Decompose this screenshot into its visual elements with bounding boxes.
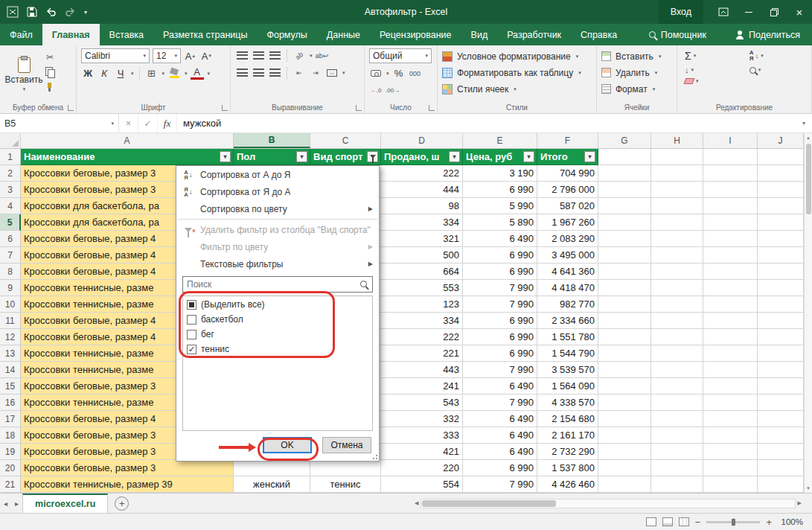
table-header-cell[interactable]: Наименование▾ bbox=[21, 149, 234, 165]
grid-cell[interactable]: 123 bbox=[381, 296, 463, 313]
menu-clear-filter[interactable]: × Удалить фильтр из столбца "Вид спорта" bbox=[176, 221, 379, 238]
bold-button[interactable]: Ж bbox=[81, 66, 95, 80]
row-header[interactable]: 1 bbox=[0, 149, 21, 165]
zoom-slider-thumb[interactable] bbox=[732, 519, 735, 526]
grid-cell[interactable]: 6 990 bbox=[463, 247, 537, 264]
grid-cell[interactable]: 5 890 bbox=[463, 214, 537, 231]
menu-text-filters[interactable]: Текстовые фильтры ▶ bbox=[176, 255, 379, 272]
grid-cell[interactable]: Кроссовки беговые, размер 3 bbox=[21, 460, 234, 476]
grid-cell[interactable] bbox=[651, 247, 703, 264]
grid-cell[interactable] bbox=[703, 345, 758, 362]
ribbon-tab-Файл[interactable]: Файл bbox=[0, 24, 42, 45]
comma-style-icon[interactable]: 000 bbox=[409, 66, 422, 80]
grid-cell[interactable] bbox=[758, 264, 804, 280]
grid-cell[interactable]: Кроссовки теннисные, размер 39 bbox=[21, 476, 234, 493]
grid-cell[interactable] bbox=[703, 165, 758, 182]
grid-cell[interactable] bbox=[598, 460, 651, 476]
row-header[interactable]: 8 bbox=[0, 264, 21, 280]
grid-cell[interactable] bbox=[598, 264, 651, 280]
sort-filter-button[interactable]: АЯ↓▾ bbox=[749, 50, 804, 62]
redo-icon[interactable] bbox=[65, 7, 76, 16]
zoom-slider[interactable] bbox=[706, 521, 760, 523]
cut-icon[interactable]: ✂ bbox=[43, 51, 57, 63]
grid-cell[interactable]: 5 990 bbox=[463, 198, 537, 214]
grid-cell[interactable] bbox=[651, 460, 703, 476]
normal-view-icon[interactable] bbox=[646, 517, 656, 526]
grid-cell[interactable] bbox=[758, 378, 804, 395]
grid-cell[interactable]: 1 537 800 bbox=[537, 460, 598, 476]
ribbon-tab-Данные[interactable]: Данные bbox=[317, 24, 370, 45]
grid-cell[interactable] bbox=[758, 411, 804, 427]
row-header[interactable]: 10 bbox=[0, 296, 21, 313]
ribbon-tab-Справка[interactable]: Справка bbox=[571, 24, 627, 45]
filter-checkbox-item-баскетбол[interactable]: баскетбол bbox=[183, 312, 372, 327]
close-button[interactable]: × bbox=[787, 0, 812, 24]
grid-cell[interactable] bbox=[703, 460, 758, 476]
grid-cell[interactable] bbox=[598, 231, 651, 247]
row-header[interactable]: 9 bbox=[0, 280, 21, 296]
grid-cell[interactable] bbox=[651, 362, 703, 378]
ribbon-tab-Разработчик[interactable]: Разработчик bbox=[497, 24, 571, 45]
grid-cell[interactable] bbox=[651, 296, 703, 313]
enter-entry-icon[interactable]: ✓ bbox=[138, 114, 158, 132]
undo-icon[interactable] bbox=[45, 7, 57, 16]
filter-dropdown-icon[interactable]: ▾ bbox=[449, 151, 460, 162]
grid-cell[interactable] bbox=[758, 329, 804, 345]
format-cells-button[interactable]: Формат▾ bbox=[601, 81, 672, 97]
merge-center-icon[interactable]: ↔ bbox=[325, 66, 339, 80]
grid-cell[interactable] bbox=[651, 280, 703, 296]
vertical-scroll-thumb[interactable] bbox=[806, 144, 811, 214]
grid-cell[interactable] bbox=[651, 264, 703, 280]
filter-dropdown-icon[interactable]: ▾ bbox=[584, 151, 595, 162]
menu-sort-by-color[interactable]: Сортировка по цвету ▶ bbox=[176, 200, 379, 217]
formula-input[interactable]: мужской bbox=[177, 114, 796, 132]
row-header[interactable]: 17 bbox=[0, 411, 21, 427]
grid-cell[interactable]: 443 bbox=[381, 362, 463, 378]
grid-cell[interactable] bbox=[598, 345, 651, 362]
insert-function-icon[interactable]: fx bbox=[158, 114, 177, 132]
grid-cell[interactable] bbox=[703, 247, 758, 264]
grid-cell[interactable] bbox=[703, 476, 758, 493]
share-button[interactable]: Поделиться bbox=[736, 30, 800, 40]
grid-cell[interactable]: 221 bbox=[381, 345, 463, 362]
ok-button[interactable]: OK bbox=[263, 437, 312, 453]
decrease-decimal-icon[interactable]: .00→ bbox=[386, 83, 400, 98]
grid-cell[interactable] bbox=[703, 214, 758, 231]
grid-cell[interactable] bbox=[598, 395, 651, 411]
grid-cell[interactable] bbox=[758, 313, 804, 329]
grid-cell[interactable] bbox=[651, 444, 703, 460]
grid-cell[interactable]: 1 564 090 bbox=[537, 378, 598, 395]
column-header-B[interactable]: B bbox=[234, 133, 310, 148]
grid-cell[interactable] bbox=[758, 182, 804, 198]
underline-button[interactable]: Ч bbox=[114, 66, 127, 80]
excel-app-icon[interactable] bbox=[7, 6, 19, 18]
row-header[interactable]: 19 bbox=[0, 444, 21, 460]
grid-cell[interactable]: женский bbox=[234, 476, 310, 493]
save-icon[interactable] bbox=[27, 7, 37, 17]
formula-bar-expand-icon[interactable]: ▾ bbox=[796, 114, 812, 132]
grid-cell[interactable]: 543 bbox=[381, 395, 463, 411]
row-header[interactable]: 16 bbox=[0, 395, 21, 411]
grid-cell[interactable]: 6 490 bbox=[463, 231, 537, 247]
table-header-cell[interactable]: Продано, ш▾ bbox=[381, 149, 463, 165]
dialog-launcher-alignment[interactable] bbox=[356, 105, 362, 111]
grid-cell[interactable] bbox=[651, 476, 703, 493]
grid-cell[interactable] bbox=[651, 329, 703, 345]
grid-cell[interactable] bbox=[651, 345, 703, 362]
grid-cell[interactable]: 982 770 bbox=[537, 296, 598, 313]
wrap-text-icon[interactable]: ab↩ bbox=[316, 48, 329, 63]
align-right-icon[interactable] bbox=[268, 66, 281, 80]
grid-cell[interactable] bbox=[703, 362, 758, 378]
cell-styles-button[interactable]: Стили ячеек▾ bbox=[442, 81, 592, 97]
orientation-icon[interactable]: ab bbox=[292, 48, 306, 63]
grid-cell[interactable]: 6 990 bbox=[463, 264, 537, 280]
grid-cell[interactable] bbox=[758, 345, 804, 362]
grid-cell[interactable]: 500 bbox=[381, 247, 463, 264]
zoom-in-icon[interactable]: + bbox=[766, 517, 772, 528]
grid-cell[interactable]: 6 990 bbox=[463, 313, 537, 329]
ribbon-display-options-icon[interactable] bbox=[711, 0, 736, 24]
grid-cell[interactable]: 3 190 bbox=[463, 165, 537, 182]
format-as-table-button[interactable]: Форматировать как таблицу▾ bbox=[442, 65, 592, 80]
align-center-icon[interactable] bbox=[252, 66, 265, 80]
grid-cell[interactable] bbox=[758, 395, 804, 411]
